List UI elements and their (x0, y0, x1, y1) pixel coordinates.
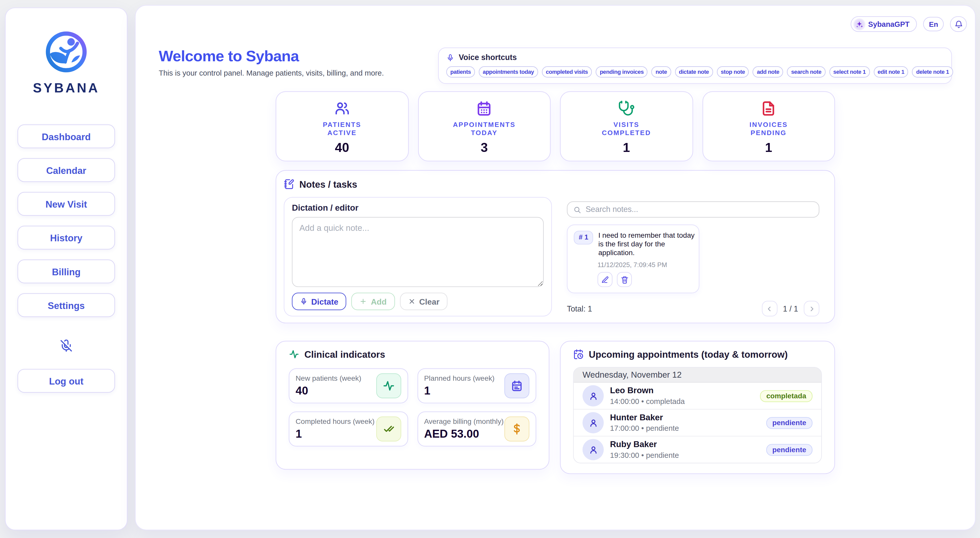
sybanagpt-button[interactable]: SybanaGPT (851, 16, 917, 32)
clinical-indicators-section: Clinical indicators New patients (week) … (275, 341, 549, 469)
upcoming-appointments-section: Upcoming appointments (today & tomorrow)… (560, 341, 835, 474)
chevron-right-icon (808, 305, 815, 312)
calendar-lines-icon (504, 373, 529, 398)
note-text: I need to remember that today is the fir… (598, 231, 696, 257)
page-indicator: 1 / 1 (783, 304, 798, 313)
dictate-button[interactable]: Dictate (292, 293, 347, 310)
voice-shortcuts-panel: Voice shortcuts patients appointments to… (438, 48, 952, 84)
appointment-time-status: 17:00:00 • pendiente (610, 424, 679, 433)
edit-note-button[interactable] (597, 272, 612, 287)
trash-icon (620, 276, 628, 284)
upcoming-appointments-title: Upcoming appointments (today & tomorrow) (589, 349, 788, 360)
voice-shortcuts-title: Voice shortcuts (459, 53, 517, 62)
delete-note-button[interactable] (617, 272, 632, 287)
quick-note-input[interactable] (292, 217, 544, 287)
stat-card-patients-active: PATIENTS ACTIVE 40 (275, 91, 408, 161)
pulse-icon (376, 373, 401, 398)
sidebar-item-dashboard[interactable]: Dashboard (18, 125, 115, 148)
person-icon (588, 390, 598, 401)
notebook-pen-icon (284, 179, 294, 190)
calendar-clock-icon (573, 349, 584, 360)
stat-value: 40 (335, 140, 349, 155)
appointment-row-leo-brown: Leo Brown 14:00:00 • completada completa… (574, 383, 821, 409)
voice-chip-patients[interactable]: patients (446, 66, 475, 78)
stethoscope-icon (618, 100, 635, 117)
voice-chip-add-note[interactable]: add note (753, 66, 783, 78)
notes-tasks-section: Notes / tasks Dictation / editor Dictate (275, 170, 835, 323)
sidebar-item-history[interactable]: History (18, 226, 115, 249)
appointments-list: Wednesday, November 12 Leo Brown 14:00:0… (573, 367, 822, 463)
notes-tasks-title: Notes / tasks (299, 179, 357, 190)
clinical-card-completed-hours: Completed hours (week) 1 (289, 411, 408, 446)
sidebar: SYBANA Dashboard Calendar New Visit Hist… (5, 7, 127, 530)
users-icon (334, 100, 350, 117)
notes-list-panel: # 1 I need to remember that today is the… (562, 197, 824, 316)
stat-value: 3 (480, 140, 488, 155)
voice-chip-select-note-1[interactable]: select note 1 (829, 66, 870, 78)
dictation-editor-label: Dictation / editor (292, 203, 544, 213)
calendar-icon (476, 100, 493, 117)
next-page-button[interactable] (803, 301, 819, 316)
note-number-badge: # 1 (574, 231, 593, 244)
voice-chip-pending-invoices[interactable]: pending invoices (596, 66, 648, 78)
stat-value: 1 (623, 140, 630, 155)
voice-chip-completed-visits[interactable]: completed visits (542, 66, 592, 78)
prev-page-button[interactable] (762, 301, 777, 316)
plus-icon (360, 298, 367, 305)
stat-label: INVOICES PENDING (749, 121, 788, 137)
note-card: # 1 I need to remember that today is the… (567, 224, 699, 293)
voice-chip-appointments-today[interactable]: appointments today (479, 66, 538, 78)
language-button[interactable]: En (923, 17, 944, 31)
logout-button[interactable]: Log out (18, 369, 115, 393)
appointment-patient-name: Leo Brown (610, 386, 685, 395)
stat-label: PATIENTS ACTIVE (323, 121, 361, 137)
appointment-patient-name: Hunter Baker (610, 413, 679, 422)
avatar (582, 439, 604, 460)
voice-chip-note[interactable]: note (652, 66, 671, 78)
voice-chip-edit-note-1[interactable]: edit note 1 (873, 66, 908, 78)
stat-label: APPOINTMENTS TODAY (453, 121, 515, 137)
person-icon (588, 417, 598, 428)
clinical-card-new-patients: New patients (week) 40 (289, 368, 408, 403)
sidebar-item-calendar[interactable]: Calendar (18, 158, 115, 182)
search-notes-box[interactable] (567, 201, 819, 218)
bell-icon (954, 20, 963, 28)
stat-card-appointments-today: APPOINTMENTS TODAY 3 (418, 91, 550, 161)
clinical-card-average-billing: Average billing (monthly) AED 53.00 (417, 411, 536, 446)
x-icon (408, 298, 415, 305)
sidebar-item-billing[interactable]: Billing (18, 259, 115, 283)
voice-chip-stop-note[interactable]: stop note (717, 66, 749, 78)
page-title: Welcome to Sybana (159, 48, 384, 65)
page-subtitle: This is your control panel. Manage patie… (159, 69, 384, 77)
stat-value: 1 (765, 140, 772, 155)
sparkles-icon (853, 18, 865, 30)
voice-chip-delete-note-1[interactable]: delete note 1 (912, 66, 953, 78)
voice-chip-search-note[interactable]: search note (787, 66, 825, 78)
sybanagpt-label: SybanaGPT (868, 20, 910, 28)
appointments-date-header: Wednesday, November 12 (574, 368, 821, 383)
clear-note-button[interactable]: Clear (400, 293, 447, 310)
notes-total: Total: 1 (567, 304, 592, 313)
sidebar-item-settings[interactable]: Settings (18, 294, 115, 317)
person-icon (588, 444, 598, 455)
pen-icon (601, 276, 609, 284)
appointment-row-hunter-baker: Hunter Baker 17:00:00 • pendiente pendie… (574, 409, 821, 436)
note-timestamp: 11/12/2025, 7:09:45 PM (597, 261, 692, 268)
clinical-card-planned-hours: Planned hours (week) 1 (417, 368, 536, 403)
appointment-time-status: 19:30:00 • pendiente (610, 451, 679, 460)
dollar-icon (504, 417, 529, 442)
status-badge-pendiente: pendiente (766, 417, 813, 429)
status-badge-pendiente: pendiente (766, 444, 813, 456)
add-note-button[interactable]: Add (352, 293, 395, 310)
brand-name: SYBANA (33, 81, 100, 96)
notifications-button[interactable] (950, 16, 967, 32)
mic-icon (446, 53, 455, 62)
search-notes-input[interactable] (586, 205, 813, 214)
appointment-patient-name: Ruby Baker (610, 440, 679, 449)
stat-card-visits-completed: VISITS COMPLETED 1 (560, 91, 693, 161)
chevron-left-icon (765, 305, 773, 312)
mic-muted-icon[interactable] (59, 339, 73, 353)
sidebar-item-new-visit[interactable]: New Visit (18, 192, 115, 216)
status-badge-completada: completada (760, 390, 813, 402)
voice-chip-dictate-note[interactable]: dictate note (675, 66, 713, 78)
